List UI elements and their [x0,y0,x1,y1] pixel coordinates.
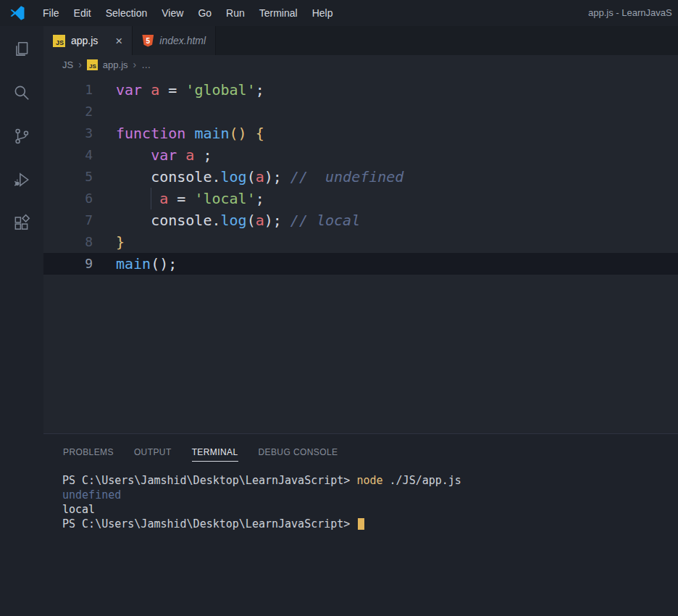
menu-item-view[interactable]: View [154,0,191,26]
menu-item-go[interactable]: Go [191,0,219,26]
line-number[interactable]: 2 [43,101,116,122]
menu-bar-items: FileEditSelectionViewGoRunTerminalHelp [35,0,340,26]
panel-tab-terminal[interactable]: TERMINAL [192,447,238,462]
chevron-right-icon: › [133,59,137,70]
terminal[interactable]: PS C:\Users\Jamshid\Desktop\LearnJavaScr… [43,465,678,616]
code-line-5[interactable]: 5 console.log(a); // undefined [43,166,678,188]
terminal-line: PS C:\Users\Jamshid\Desktop\LearnJavaScr… [62,517,678,531]
menu-item-edit[interactable]: Edit [67,0,99,26]
bottom-panel: PROBLEMSOUTPUTTERMINALDEBUG CONSOLE PS C… [43,433,678,616]
code-editor[interactable]: 1var a = 'global';23function main() {4 v… [43,74,678,433]
vscode-logo-icon [9,5,25,21]
code-text: } [116,231,678,253]
workbench: JS app.js × 5 index.html JS › JS app.js … [43,26,678,616]
line-number[interactable]: 8 [43,231,116,253]
menu-item-help[interactable]: Help [305,0,340,26]
code-text: a = 'local'; [116,188,678,209]
menu-item-run[interactable]: Run [219,0,252,26]
line-number[interactable]: 5 [43,166,116,188]
main-area: JS app.js × 5 index.html JS › JS app.js … [0,26,678,616]
code-text: function main() { [116,122,678,144]
line-number[interactable]: 7 [43,209,116,231]
panel-tab-debug-console[interactable]: DEBUG CONSOLE [259,447,338,462]
code-text: console.log(a); // undefined [116,166,678,188]
terminal-cursor [358,518,364,530]
close-tab-icon[interactable]: × [115,35,122,47]
code-text [116,101,678,122]
code-line-4[interactable]: 4 var a ; [43,144,678,166]
code-text: main(); [116,253,678,275]
javascript-file-icon: JS [87,59,98,70]
code-line-1[interactable]: 1var a = 'global'; [43,79,678,101]
terminal-line: PS C:\Users\Jamshid\Desktop\LearnJavaScr… [62,473,678,488]
panel-tab-output[interactable]: OUTPUT [134,447,172,462]
activity-bar [0,26,43,616]
window-title: app.js - LearnJavaS [588,0,678,26]
code-line-2[interactable]: 2 [43,101,678,122]
tab-app-js[interactable]: JS app.js × [43,26,133,55]
breadcrumb-more[interactable]: … [141,59,151,70]
code-line-8[interactable]: 8} [43,231,678,253]
code-text: console.log(a); // local [116,209,678,231]
tab-label: index.html [159,35,206,46]
menu-item-selection[interactable]: Selection [99,0,155,26]
line-number[interactable]: 6 [43,188,116,209]
editor-lines: 1var a = 'global';23function main() {4 v… [43,79,678,275]
line-number[interactable]: 3 [43,122,116,144]
run-debug-icon[interactable] [12,170,32,190]
breadcrumb-folder[interactable]: JS [62,59,73,70]
panel-tabs: PROBLEMSOUTPUTTERMINALDEBUG CONSOLE [43,434,678,465]
tab-strip: JS app.js × 5 index.html [43,26,678,55]
terminal-output: PS C:\Users\Jamshid\Desktop\LearnJavaScr… [62,473,678,531]
html5-file-icon: 5 [142,35,154,47]
explorer-icon[interactable] [12,39,32,59]
breadcrumb: JS › JS app.js › … [43,55,678,74]
code-line-9[interactable]: 9main(); [43,253,678,275]
terminal-line: undefined [62,488,678,502]
chevron-right-icon: › [78,59,82,70]
javascript-file-icon: JS [53,35,65,47]
line-number[interactable]: 4 [43,144,116,166]
tab-label: app.js [71,35,98,46]
breadcrumb-file[interactable]: app.js [103,59,128,70]
code-line-6[interactable]: 6 a = 'local'; [43,188,678,209]
extensions-icon[interactable] [12,213,32,233]
search-icon[interactable] [12,83,32,103]
code-text: var a = 'global'; [116,79,678,101]
line-number[interactable]: 1 [43,79,116,101]
code-line-7[interactable]: 7 console.log(a); // local [43,209,678,231]
title-bar: FileEditSelectionViewGoRunTerminalHelp a… [0,0,678,26]
menu-item-file[interactable]: File [35,0,67,26]
tab-index-html[interactable]: 5 index.html [133,26,216,55]
vscode-window: FileEditSelectionViewGoRunTerminalHelp a… [0,0,678,616]
line-number[interactable]: 9 [43,253,116,275]
code-line-3[interactable]: 3function main() { [43,122,678,144]
terminal-line: local [62,502,678,517]
code-text: var a ; [116,144,678,166]
panel-tab-problems[interactable]: PROBLEMS [63,447,114,462]
menu-item-terminal[interactable]: Terminal [252,0,305,26]
source-control-icon[interactable] [12,126,32,146]
